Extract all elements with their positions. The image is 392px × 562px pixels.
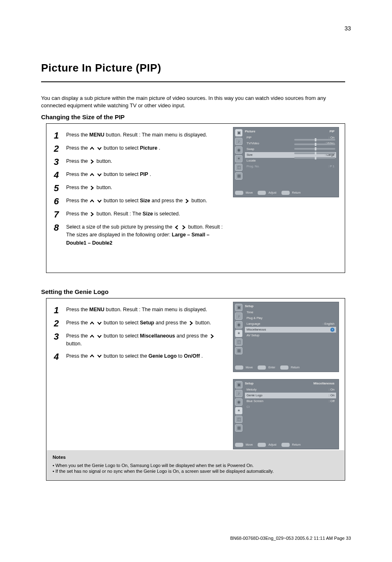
osd-label: Blue Screen [247,399,279,403]
t: button to select [104,198,140,204]
osd-label: Prog. No. [247,164,279,169]
hint-move: Move [246,443,253,446]
notes-line-1: When you set the Genie Logo to On, Samsu… [56,463,339,469]
logo-step-2: 2 Press the button to select Setup and p… [54,319,226,328]
section-logo: 1 Press the MENU button. Result : The ma… [46,298,345,481]
t: Press the [66,132,89,138]
pip-step-7: 7 Press the button. Result : The Size is… [54,210,226,219]
kw: Picture [140,145,157,151]
osd-label: Time [247,310,279,315]
logo-step-1: 1 Press the MENU button. Result : The ma… [54,306,226,315]
osd-label: TV/Video [247,141,279,146]
kw: On/Off [184,353,200,359]
pip-step-4: 4 Press the button to select PIP . [54,171,226,180]
kw: Size [140,198,150,204]
step-number: 6 [54,197,66,206]
picture-icon: ▣ [235,129,242,136]
notes-line-2: If the set has no signal or no sync when… [56,468,339,474]
osd-row: Locate [245,158,336,164]
step-number: 1 [54,306,66,315]
t: . [150,171,151,177]
osd-title-right: Miscellaneous [314,382,334,386]
subheading-pip-size: Changing the Size of the PIP [41,113,125,121]
t: and press the [176,333,209,339]
hint-icon [258,443,266,447]
kw: Size [143,211,153,217]
chevron-up-icon [89,332,95,340]
t: Press the [66,211,89,217]
t: Select a size of the sub picture by pres… [66,224,174,230]
t: Press the [66,145,89,151]
t: button to select the [104,353,148,359]
t: Press the [66,158,89,164]
osd-val: : P 1 [279,164,334,169]
step-number: 3 [54,332,66,341]
hint-icon [235,191,243,195]
hint-icon [235,443,243,447]
osd-title-left: Setup [245,382,254,386]
logo-step-3: 3 Press the button to select Miscellaneo… [54,332,226,348]
t: . [159,145,160,151]
hint-return: Return [292,443,301,446]
t: button. [97,185,112,190]
t: button. Result : The main menu is displa… [106,132,207,138]
hint-enter: Enter [268,365,275,369]
slider-bar [294,157,335,159]
osd-setup-menu: ▣ ♪ ◉ ✶ ◫ ▦ Setup Time Plug & Play Langu… [233,302,339,372]
step-text: Press the button. [66,184,112,192]
menu-keyword: MENU [89,307,104,312]
pip-step-1: 1 Press the MENU button. Result : The ma… [54,131,226,140]
pip-steps-list: 1 Press the MENU button. Result : The ma… [54,131,226,251]
osd-row: Melody: On [245,387,336,393]
t: Press the [66,353,89,359]
osd-miscellaneous-menu: ▣ ♪ ◉ ✶ ◫ ▦ Setup Miscellaneous Melody: … [233,379,339,449]
channel-icon: ◉ [235,398,242,406]
chevron-down-icon [97,144,102,152]
logo-steps-list: 1 Press the MENU button. Result : The ma… [54,306,226,365]
t: button to select [104,145,140,151]
channel-icon: ◉ [235,321,242,328]
hint-return: Return [292,191,301,194]
osd-label: PIP [247,136,279,140]
osd-label: Plug & Play [247,316,279,320]
hint-move: Move [246,365,253,369]
osd-body: Melody: On Genie Logo: On Blue Screen: O… [245,387,336,441]
chevron-up-icon [89,197,95,205]
osd-title-left: Setup [245,304,254,308]
step-text: Press the button to select Picture . [66,144,160,152]
sound-icon: ♪ [235,138,242,145]
step-number: 8 [54,223,66,232]
osd-pip-menu: ▣ ♪ ◉ ✶ ◫ ▦ Picture PIP PIP: On TV/Video… [233,127,339,197]
t: Press the [66,185,89,190]
chevron-right-icon [188,319,194,327]
chevron-right-icon [181,223,187,231]
chevron-down-icon [97,171,102,178]
osd-hints: Move Adjust Return [235,190,337,196]
osd-label: Swap [247,147,279,151]
osd-val: : English [279,322,334,326]
slider-bar [294,153,335,154]
osd-label: Language [247,322,279,326]
chevron-down-icon [97,352,102,360]
chevron-down-icon [97,332,102,340]
chevron-right-icon [89,184,95,192]
picture-icon: ▣ [235,381,242,389]
osd-title-left: Picture [245,130,255,134]
setup-icon: ✶ [235,407,242,414]
t: button. [66,341,82,347]
t: Press the [66,171,89,177]
hint-icon [281,191,290,195]
hint-move: Move [246,191,253,194]
t: . [201,353,203,359]
setup-icon: ✶ [235,155,242,162]
osd-row-highlight: Miscellaneous › [245,327,336,333]
channel-icon: ◉ [235,146,242,154]
chevron-right-icon [89,210,95,218]
osd-row: Prog. No.: P 1 [245,164,336,169]
intro-paragraph: You can display a sub picture within the… [41,95,345,109]
t: button to select [104,320,140,326]
pip-step-5: 5 Press the button. [54,184,226,193]
chevron-up-icon [89,171,95,178]
chevron-up-icon [89,144,95,152]
t: Press the [66,198,89,204]
